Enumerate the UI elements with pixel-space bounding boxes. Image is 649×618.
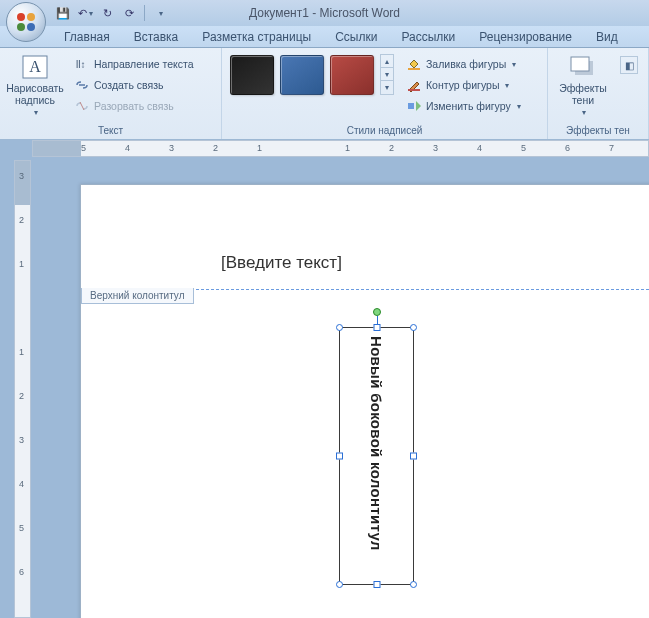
resize-handle-ne[interactable] xyxy=(410,324,417,331)
qat-save[interactable]: 💾 xyxy=(54,4,72,22)
qat-undo[interactable]: ↶▾ xyxy=(76,4,94,22)
ruler-tick: 5 xyxy=(81,143,86,153)
qat-redo[interactable]: ↻ xyxy=(98,4,116,22)
textbox-styles-gallery: ▴ ▾ ▾ xyxy=(226,50,398,99)
save-icon: 💾 xyxy=(56,7,70,20)
change-shape-button[interactable]: Изменить фигуру ▾ xyxy=(402,96,525,116)
change-shape-icon xyxy=(406,98,422,114)
tab-page-layout[interactable]: Разметка страницы xyxy=(190,27,323,47)
ruler-tick: 1 xyxy=(19,259,24,269)
resize-handle-s[interactable] xyxy=(373,581,380,588)
window-title: Документ1 - Microsoft Word xyxy=(249,6,400,20)
gallery-prev[interactable]: ▴ xyxy=(381,55,393,68)
svg-rect-8 xyxy=(408,68,420,70)
qat-customize[interactable]: ▾ xyxy=(151,4,169,22)
tab-review[interactable]: Рецензирование xyxy=(467,27,584,47)
ribbon-tabs: Главная Вставка Разметка страницы Ссылки… xyxy=(0,26,649,48)
shadow-icon xyxy=(567,53,599,81)
ruler-tick: 5 xyxy=(521,143,526,153)
office-logo-icon xyxy=(14,10,38,34)
refresh-icon: ⟳ xyxy=(125,7,134,20)
effects-nudge[interactable]: ◧ xyxy=(620,56,638,74)
link-icon xyxy=(74,77,90,93)
ruler-tick: 1 xyxy=(19,347,24,357)
workspace: 543211234567 321123456 [Введите текст] В… xyxy=(0,140,649,618)
chevron-down-icon: ▾ xyxy=(512,60,516,69)
chevron-down-icon: ▾ xyxy=(159,9,163,18)
ruler-tick: 3 xyxy=(19,171,24,181)
selected-textbox[interactable]: Новый боковой колонтитул xyxy=(339,327,414,585)
ruler-tick: 7 xyxy=(609,143,614,153)
header-placeholder[interactable]: [Введите текст] xyxy=(221,253,342,273)
create-link-label: Создать связь xyxy=(94,79,164,91)
tab-home[interactable]: Главная xyxy=(52,27,122,47)
tab-insert[interactable]: Вставка xyxy=(122,27,191,47)
svg-text:A: A xyxy=(29,58,41,75)
ruler-tick: 4 xyxy=(477,143,482,153)
resize-handle-nw[interactable] xyxy=(336,324,343,331)
chevron-down-icon: ▾ xyxy=(34,108,38,117)
tab-mailings[interactable]: Рассылки xyxy=(389,27,467,47)
tab-view[interactable]: Вид xyxy=(584,27,630,47)
qat-separator xyxy=(144,5,145,21)
resize-handle-w[interactable] xyxy=(336,453,343,460)
text-direction-button[interactable]: ll↕ Направление текста xyxy=(70,54,198,74)
group-label-styles: Стили надписей xyxy=(226,124,543,137)
text-direction-icon: ll↕ xyxy=(74,56,90,72)
office-button[interactable] xyxy=(6,2,46,42)
document-page[interactable]: [Введите текст] Верхний колонтитул Новый… xyxy=(80,184,649,618)
break-link-icon xyxy=(74,98,90,114)
svg-rect-10 xyxy=(408,103,414,109)
tab-references[interactable]: Ссылки xyxy=(323,27,389,47)
gallery-next[interactable]: ▾ xyxy=(381,68,393,81)
create-link-button[interactable]: Создать связь xyxy=(70,75,198,95)
ruler-tick: 1 xyxy=(345,143,350,153)
ruler-tick: 5 xyxy=(19,523,24,533)
ruler-tick: 2 xyxy=(19,215,24,225)
style-swatch-blue[interactable] xyxy=(280,55,324,95)
resize-handle-se[interactable] xyxy=(410,581,417,588)
shape-outline-button[interactable]: Контур фигуры ▾ xyxy=(402,75,525,95)
ruler-tick: 3 xyxy=(19,435,24,445)
svg-point-1 xyxy=(27,13,35,21)
text-direction-label: Направление текста xyxy=(94,58,194,70)
resize-handle-n[interactable] xyxy=(373,324,380,331)
qat-refresh[interactable]: ⟳ xyxy=(120,4,138,22)
ruler-tick: 1 xyxy=(257,143,262,153)
ribbon: A Нарисовать надпись ▾ ll↕ Направление т… xyxy=(0,48,649,140)
svg-line-7 xyxy=(80,102,84,110)
ruler-tick: 4 xyxy=(19,479,24,489)
break-link-label: Разорвать связь xyxy=(94,100,174,112)
resize-handle-sw[interactable] xyxy=(336,581,343,588)
svg-text:ll↕: ll↕ xyxy=(76,59,85,70)
group-label-text: Текст xyxy=(4,124,217,137)
draw-textbox-button[interactable]: A Нарисовать надпись ▾ xyxy=(4,50,66,120)
rotation-handle[interactable] xyxy=(373,308,381,316)
break-link-button: Разорвать связь xyxy=(70,96,198,116)
style-swatch-red[interactable] xyxy=(330,55,374,95)
shadow-effects-button[interactable]: Эффекты тени ▾ xyxy=(552,50,614,120)
svg-rect-12 xyxy=(571,57,589,71)
ruler-tick: 4 xyxy=(125,143,130,153)
horizontal-ruler[interactable]: 543211234567 xyxy=(32,140,649,157)
shape-fill-button[interactable]: Заливка фигуры ▾ xyxy=(402,54,525,74)
shape-fill-label: Заливка фигуры xyxy=(426,58,506,70)
chevron-down-icon: ▾ xyxy=(517,102,521,111)
ruler-tick: 6 xyxy=(565,143,570,153)
undo-icon: ↶ xyxy=(78,7,87,20)
textbox-text[interactable]: Новый боковой колонтитул xyxy=(368,336,385,551)
svg-point-3 xyxy=(27,23,35,31)
header-tag: Верхний колонтитул xyxy=(81,288,194,304)
svg-rect-9 xyxy=(408,89,420,91)
vertical-ruler[interactable]: 321123456 xyxy=(14,160,31,618)
group-label-effects: Эффекты тен xyxy=(552,124,644,137)
resize-handle-e[interactable] xyxy=(410,453,417,460)
style-swatch-black[interactable] xyxy=(230,55,274,95)
pen-icon xyxy=(406,77,422,93)
bucket-icon xyxy=(406,56,422,72)
ruler-tick: 6 xyxy=(19,567,24,577)
gallery-more[interactable]: ▾ xyxy=(381,81,393,94)
ruler-tick: 2 xyxy=(213,143,218,153)
change-shape-label: Изменить фигуру xyxy=(426,100,511,112)
chevron-down-icon: ▾ xyxy=(89,9,93,18)
